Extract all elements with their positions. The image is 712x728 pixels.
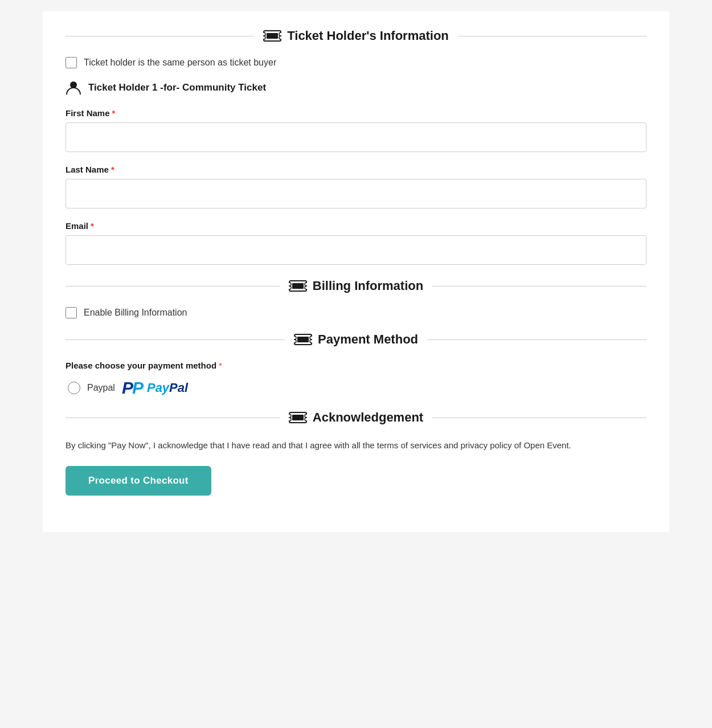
same-person-row: Ticket holder is the same person as tick…: [66, 57, 646, 68]
enable-billing-row: Enable Billing Information: [66, 307, 646, 318]
email-label: Email: [66, 221, 88, 231]
first-name-label-row: First Name *: [66, 108, 646, 118]
acknowledgement-title: Acknowledgement: [313, 410, 423, 425]
svg-point-22: [305, 414, 307, 418]
email-group: Email *: [66, 221, 646, 265]
svg-point-9: [289, 283, 291, 286]
svg-point-2: [263, 32, 265, 36]
acknowledgement-section: Acknowledgement By clicking "Pay Now", I…: [66, 410, 646, 496]
email-label-row: Email *: [66, 221, 646, 231]
svg-point-16: [310, 336, 312, 340]
billing-section: Billing Information Enable Billing Infor…: [66, 279, 646, 318]
first-name-input[interactable]: [66, 122, 646, 152]
acknowledgement-ticket-icon: [289, 411, 307, 424]
payment-section-header: Payment Method: [66, 332, 646, 347]
paypal-option-row: Paypal P P PayPal: [68, 379, 646, 396]
acknowledgement-text: By clicking "Pay Now", I acknowledge tha…: [66, 439, 646, 452]
paypal-radio[interactable]: [68, 382, 80, 394]
billing-section-header: Billing Information: [66, 279, 646, 293]
ticket-holder-row: Ticket Holder 1 -for- Community Ticket: [66, 80, 646, 96]
page-container: Ticket Holder's Information Ticket holde…: [43, 11, 669, 532]
first-name-required: *: [112, 108, 116, 118]
payment-title: Payment Method: [318, 332, 418, 347]
first-name-group: First Name *: [66, 108, 646, 152]
svg-point-17: [294, 340, 296, 343]
enable-billing-label[interactable]: Enable Billing Information: [84, 308, 187, 318]
person-icon: [66, 80, 81, 96]
billing-ticket-icon: [289, 280, 307, 292]
paypal-p-icon: P: [122, 379, 133, 396]
enable-billing-checkbox[interactable]: [66, 307, 77, 318]
last-name-label-row: Last Name *: [66, 165, 646, 174]
ticket-holder-title: Ticket Holder's Information: [287, 28, 449, 43]
ticket-icon: [263, 30, 281, 42]
svg-point-11: [289, 286, 291, 289]
paypal-logo: P P PayPal: [122, 379, 188, 396]
svg-point-12: [305, 286, 307, 289]
svg-point-23: [289, 418, 291, 421]
first-name-label: First Name: [66, 108, 110, 118]
paypal-label[interactable]: Paypal: [87, 383, 115, 393]
svg-rect-8: [292, 283, 304, 289]
same-person-checkbox[interactable]: [66, 57, 77, 68]
svg-rect-1: [267, 33, 278, 39]
svg-rect-20: [292, 415, 304, 420]
ticket-holder-section-header: Ticket Holder's Information: [66, 28, 646, 43]
email-required: *: [91, 221, 94, 231]
svg-rect-14: [297, 337, 309, 342]
svg-point-18: [310, 340, 312, 343]
payment-choose-row: Please choose your payment method *: [66, 361, 646, 370]
proceed-to-checkout-button[interactable]: Proceed to Checkout: [66, 466, 211, 496]
payment-section: Payment Method Please choose your paymen…: [66, 332, 646, 396]
email-input[interactable]: [66, 235, 646, 265]
last-name-label: Last Name: [66, 165, 109, 174]
payment-choose-label: Please choose your payment method: [66, 361, 216, 370]
last-name-input[interactable]: [66, 179, 646, 208]
acknowledgement-section-header: Acknowledgement: [66, 410, 646, 425]
billing-title: Billing Information: [313, 279, 423, 293]
last-name-required: *: [111, 165, 114, 174]
svg-point-21: [289, 414, 291, 418]
paypal-p2-icon: P: [132, 379, 144, 396]
paypal-wordmark: PayPal: [147, 381, 188, 395]
ticket-holder-identifier: Ticket Holder 1 -for- Community Ticket: [88, 82, 266, 93]
svg-point-5: [279, 36, 281, 39]
svg-point-4: [263, 36, 265, 39]
svg-point-24: [305, 418, 307, 421]
svg-point-3: [279, 32, 281, 36]
payment-ticket-icon: [294, 333, 312, 346]
payment-required-star: *: [219, 361, 222, 370]
svg-point-15: [294, 336, 296, 340]
last-name-group: Last Name *: [66, 165, 646, 208]
same-person-label[interactable]: Ticket holder is the same person as tick…: [84, 58, 276, 68]
svg-point-10: [305, 283, 307, 286]
